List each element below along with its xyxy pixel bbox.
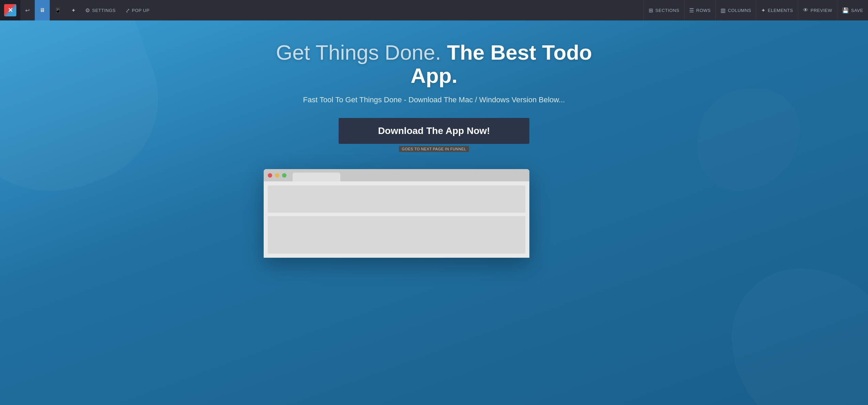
popup-label: POP UP [132, 8, 150, 13]
navbar: ✕ ↩ 🖥 📱 ✦ ⚙ SETTINGS ⤤ POP UP ⊞ SECTIONS… [0, 0, 868, 20]
page-content: Get Things Done. The Best Todo App. Fast… [0, 20, 868, 405]
columns-icon: ▥ [720, 7, 726, 14]
browser-mockup [264, 169, 529, 258]
logo-icon: ✕ [4, 4, 16, 16]
preview-button[interactable]: 👁 PREVIEW [798, 0, 837, 20]
elements-button[interactable]: ✦ ELEMENTS [756, 0, 798, 20]
popup-button[interactable]: ⤤ POP UP [121, 0, 154, 20]
save-icon: 💾 [842, 7, 849, 14]
undo-button[interactable]: ↩ [20, 0, 35, 20]
cta-wrapper: Download The App Now! GOES TO NEXT PAGE … [264, 118, 604, 152]
bg-shape-3 [698, 89, 800, 191]
sections-button[interactable]: ⊞ SECTIONS [644, 0, 684, 20]
logo[interactable]: ✕ [0, 0, 20, 20]
rows-label: ROWS [696, 8, 711, 13]
browser-titlebar [264, 169, 529, 181]
browser-content-block-1 [268, 185, 525, 213]
wand-icon: ✦ [71, 7, 76, 14]
desktop-view-button[interactable]: 🖥 [35, 0, 50, 20]
settings-label: SETTINGS [92, 8, 116, 13]
preview-icon: 👁 [803, 7, 809, 13]
nav-left-controls: ↩ 🖥 📱 ✦ ⚙ SETTINGS ⤤ POP UP [20, 0, 154, 20]
cta-tooltip: GOES TO NEXT PAGE IN FUNNEL [399, 146, 469, 152]
save-button[interactable]: 💾 SAVE [837, 0, 868, 20]
hero-section: Get Things Done. The Best Todo App. Fast… [264, 41, 604, 258]
hero-title-light: Get Things Done. [276, 41, 441, 64]
browser-minimize-dot [275, 173, 279, 178]
mobile-icon: 📱 [55, 7, 62, 14]
save-label: SAVE [851, 8, 863, 13]
hero-subtitle: Fast Tool To Get Things Done - Download … [264, 95, 604, 104]
hero-title: Get Things Done. The Best Todo App. [264, 41, 604, 87]
wand-button[interactable]: ✦ [66, 0, 81, 20]
mobile-view-button[interactable]: 📱 [50, 0, 66, 20]
sections-label: SECTIONS [655, 8, 679, 13]
rows-button[interactable]: ☰ ROWS [684, 0, 715, 20]
desktop-icon: 🖥 [40, 7, 45, 13]
browser-content-block-2 [268, 216, 525, 254]
rows-icon: ☰ [689, 7, 694, 14]
columns-label: COLUMNS [728, 8, 751, 13]
bg-shape-2 [732, 269, 868, 405]
nav-right-controls: ⊞ SECTIONS ☰ ROWS ▥ COLUMNS ✦ ELEMENTS 👁… [644, 0, 868, 20]
browser-tab [293, 172, 340, 181]
settings-icon: ⚙ [85, 7, 90, 14]
preview-label: PREVIEW [810, 8, 832, 13]
settings-button[interactable]: ⚙ SETTINGS [80, 0, 121, 20]
columns-button[interactable]: ▥ COLUMNS [715, 0, 756, 20]
popup-icon: ⤤ [125, 7, 130, 14]
browser-maximize-dot [282, 173, 286, 178]
elements-label: ELEMENTS [768, 8, 793, 13]
cta-button[interactable]: Download The App Now! [339, 118, 529, 144]
browser-close-dot [268, 173, 272, 178]
elements-icon: ✦ [761, 7, 766, 14]
browser-body [264, 181, 529, 258]
sections-icon: ⊞ [649, 7, 653, 14]
undo-icon: ↩ [25, 7, 30, 14]
bg-shape-1 [0, 20, 182, 220]
